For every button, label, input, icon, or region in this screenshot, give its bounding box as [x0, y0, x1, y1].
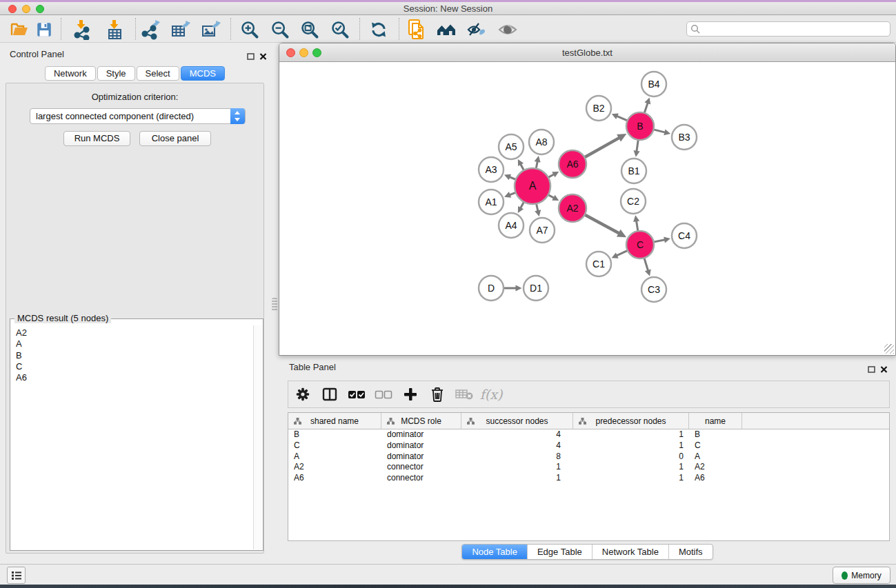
table-cell: 8 [461, 452, 573, 463]
graph-edge-A2-C[interactable] [583, 214, 619, 234]
table-row[interactable]: A6connector11A6 [288, 473, 889, 484]
close-panel-icon[interactable] [259, 50, 267, 63]
eye-pen-icon[interactable] [466, 19, 488, 40]
zoom-fit-icon[interactable] [299, 19, 321, 40]
table-cell: A2 [689, 462, 742, 473]
graph-node-B3[interactable]: B3 [672, 125, 697, 150]
graph-node-A5[interactable]: A5 [499, 134, 524, 159]
zoom-out-icon[interactable] [269, 19, 291, 40]
window-title: Session: New Session [0, 3, 896, 14]
import-network-icon[interactable] [70, 19, 92, 40]
column-header-shared-name[interactable]: shared name [288, 413, 381, 429]
show-columns-icon[interactable] [321, 385, 339, 403]
graph-node-A4[interactable]: A4 [499, 213, 524, 238]
tab-edge-table[interactable]: Edge Table [527, 545, 592, 559]
graph-node-C3[interactable]: C3 [641, 277, 666, 302]
mcds-result-item[interactable]: A6 [16, 372, 253, 383]
mcds-result-item[interactable]: C [16, 361, 253, 372]
table-row[interactable]: A2connector11A2 [288, 462, 889, 473]
network-window-titlebar[interactable]: testGlobe.txt [279, 43, 895, 62]
refresh-icon[interactable] [368, 19, 390, 40]
apply-function-icon[interactable]: f(x) [482, 385, 500, 403]
criterion-dropdown[interactable]: largest connected component (directed) [30, 108, 246, 124]
graph-node-B4[interactable]: B4 [641, 72, 666, 97]
mcds-result-item[interactable]: B [16, 350, 253, 361]
mcds-result-title: MCDS result (5 nodes) [14, 313, 111, 323]
column-header-name[interactable]: name [689, 413, 742, 429]
graph-node-A1[interactable]: A1 [479, 190, 504, 214]
documents-share-icon[interactable] [406, 19, 428, 40]
graph-node-C4[interactable]: C4 [672, 223, 697, 248]
import-table-icon[interactable] [103, 19, 126, 40]
table-cell: 4 [461, 440, 573, 452]
delete-table-icon[interactable] [455, 385, 473, 403]
float-table-panel-icon[interactable] [868, 363, 875, 376]
open-file-icon[interactable] [8, 19, 30, 40]
column-header-MCDS-role[interactable]: MCDS role [381, 413, 461, 429]
mcds-list-scrollbar[interactable] [253, 325, 262, 549]
export-image-icon[interactable] [199, 19, 221, 40]
deselect-all-icon[interactable] [375, 385, 392, 403]
graph-node-C2[interactable]: C2 [621, 189, 646, 214]
close-table-panel-icon[interactable] [880, 363, 888, 376]
control-tab-select[interactable]: Select [137, 66, 179, 81]
control-tab-mcds[interactable]: MCDS [181, 66, 225, 81]
export-network-icon[interactable] [139, 19, 161, 40]
graph-node-A2[interactable]: A2 [559, 194, 586, 222]
run-mcds-button[interactable]: Run MCDS [63, 131, 130, 146]
zoom-in-icon[interactable] [239, 19, 261, 40]
table-row[interactable]: Cdominator41C [288, 440, 889, 452]
select-all-icon[interactable] [348, 385, 366, 403]
delete-row-trash-icon[interactable] [428, 385, 446, 403]
graph-node-D1[interactable]: D1 [524, 276, 548, 301]
save-session-icon[interactable] [33, 19, 55, 40]
graph-node-B2[interactable]: B2 [586, 96, 611, 121]
houses-icon[interactable] [435, 19, 457, 40]
graph-node-A3[interactable]: A3 [479, 157, 504, 182]
table-row[interactable]: Bdominator41B [288, 429, 889, 440]
network-canvas[interactable]: AA1A2A3A4A5A6A7A8BB1B2B3B4CC1C2C3C4DD1 [279, 62, 895, 356]
float-panel-icon[interactable] [247, 50, 255, 63]
graph-node-C[interactable]: C [626, 231, 654, 258]
table-cell: A6 [288, 473, 381, 484]
column-header-predecessor-nodes[interactable]: predecessor nodes [573, 413, 689, 429]
graph-node-B[interactable]: B [626, 112, 654, 140]
graph-node-A8[interactable]: A8 [529, 130, 554, 154]
column-header-successor-nodes[interactable]: successor nodes [461, 413, 573, 429]
svg-text:B2: B2 [593, 103, 604, 114]
eye-icon[interactable] [497, 19, 519, 40]
tab-motifs[interactable]: Motifs [668, 545, 713, 559]
panel-splitter-handle[interactable] [272, 298, 277, 312]
table-settings-gear-icon[interactable] [294, 385, 312, 403]
graph-edge-A6-B[interactable] [583, 138, 619, 159]
optimization-criterion-label: Optimization criterion: [0, 92, 270, 102]
window-titlebar: Session: New Session [0, 0, 896, 15]
graph-node-B1[interactable]: B1 [621, 159, 646, 183]
table-cell: 1 [573, 429, 689, 440]
task-history-button[interactable] [7, 567, 26, 584]
add-row-plus-icon[interactable] [401, 385, 419, 403]
mcds-result-item[interactable]: A2 [16, 327, 253, 338]
toolbar-separator [135, 18, 136, 40]
graph-node-A6[interactable]: A6 [559, 150, 586, 178]
export-table-icon[interactable] [169, 19, 191, 40]
table-row[interactable]: Adominator80A [288, 452, 889, 463]
control-tab-style[interactable]: Style [97, 66, 135, 81]
tab-node-table[interactable]: Node Table [462, 545, 527, 559]
search-input[interactable] [686, 21, 890, 37]
zoom-selected-icon[interactable] [329, 19, 351, 40]
mcds-result-item[interactable]: A [16, 338, 253, 349]
graph-node-A7[interactable]: A7 [530, 218, 555, 243]
column-header-label: MCDS role [401, 416, 441, 426]
memory-label: Memory [851, 571, 881, 580]
tab-network-table[interactable]: Network Table [592, 545, 668, 559]
network-resize-grip-icon[interactable] [884, 344, 894, 354]
control-tab-network[interactable]: Network [45, 66, 96, 81]
graph-node-D[interactable]: D [479, 276, 504, 301]
svg-text:C1: C1 [593, 258, 605, 270]
graph-node-A[interactable]: A [515, 168, 550, 204]
memory-button[interactable]: Memory [833, 567, 890, 584]
table-body: Bdominator41BCdominator41CAdominator80AA… [288, 429, 889, 540]
close-panel-button[interactable]: Close panel [139, 131, 211, 146]
graph-node-C1[interactable]: C1 [586, 252, 611, 276]
